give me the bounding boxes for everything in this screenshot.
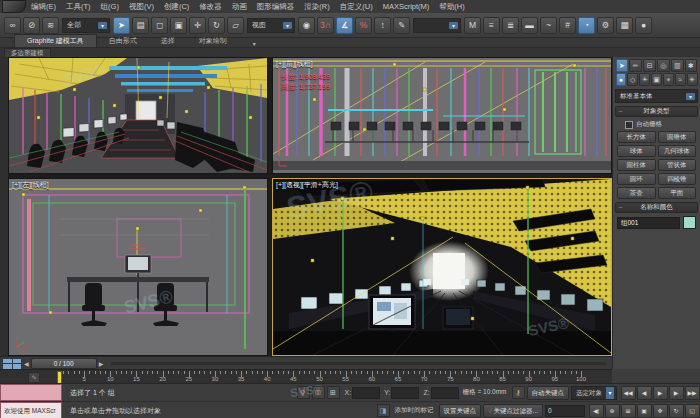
sphere-button[interactable]: 球体 [617, 145, 656, 157]
box-button[interactable]: 长方体 [617, 131, 656, 143]
menu-item-customize[interactable]: 自定义(U) [335, 2, 378, 12]
edit-named-selection-sets-icon[interactable]: ✎ [393, 17, 410, 34]
menu-item-create[interactable]: 创建(C) [159, 2, 194, 12]
go-to-end-icon[interactable]: ▶▶ [685, 386, 700, 400]
align-icon[interactable]: ≡ [483, 17, 500, 34]
menu-item-edit[interactable]: 编辑(E) [26, 2, 61, 12]
timeline-ruler[interactable]: ∿ 51015202530354045505560657075808590951… [0, 369, 612, 384]
menu-item-maxscript[interactable]: MAXScript(M) [378, 2, 435, 12]
left-viewport[interactable]: [+][左][线框] [8, 178, 268, 356]
menu-item-graph-editors[interactable]: 图形编辑器 [252, 2, 300, 12]
window-crossing-icon[interactable]: ▣ [170, 17, 187, 34]
display-tab-icon[interactable]: ▥ [671, 59, 684, 72]
hierarchy-tab-icon[interactable]: ⊟ [643, 59, 656, 72]
rectangular-selection-region-icon[interactable]: ◻ [151, 17, 168, 34]
perspective-viewport-label[interactable]: [+][透视][平滑+高光] [276, 180, 338, 190]
zoom-all-icon[interactable]: ⊞ [621, 404, 636, 418]
curve-editor-icon[interactable]: ~ [540, 17, 557, 34]
menu-item-rendering[interactable]: 渲染(R) [299, 2, 334, 12]
motion-tab-icon[interactable]: ◎ [657, 59, 670, 72]
absolute-mode-icon[interactable]: ⊞ [327, 386, 340, 399]
select-and-link-icon[interactable]: ∞ [4, 17, 21, 34]
rendered-frame-window-icon[interactable]: ▦ [616, 17, 633, 34]
go-to-start-icon[interactable]: ◀◀ [621, 386, 636, 400]
add-time-tag[interactable]: 添加时间标记 [395, 406, 434, 415]
tube-button[interactable]: 管状体 [658, 159, 697, 171]
teapot-button[interactable]: 茶壶 [617, 187, 656, 199]
time-slider-track[interactable] [111, 362, 606, 365]
object-color-swatch[interactable] [683, 216, 696, 229]
y-coordinate-field[interactable] [391, 387, 419, 399]
ribbon-minimize-icon[interactable]: ▾ [253, 40, 256, 47]
select-and-move-icon[interactable]: ✛ [189, 17, 206, 34]
shapes-icon[interactable]: ◇ [627, 73, 638, 86]
select-and-scale-icon[interactable]: ▱ [227, 17, 244, 34]
plane-button[interactable]: 平面 [658, 187, 697, 199]
x-coordinate-field[interactable] [352, 387, 380, 399]
time-slider-next-icon[interactable]: ▶ [99, 360, 104, 367]
isolate-selection-icon[interactable]: ⚲ [297, 386, 310, 399]
material-editor-icon[interactable]: ◔ [578, 17, 595, 34]
cone-button[interactable]: 圆锥体 [658, 131, 697, 143]
select-and-rotate-icon[interactable]: ↻ [208, 17, 225, 34]
timeline-scale[interactable]: 5101520253035404550556065707580859095100 [46, 370, 591, 384]
orbit-icon[interactable]: ↻ [669, 404, 684, 418]
tab-object-paint[interactable]: 对象绘制 [187, 35, 239, 47]
geometry-icon[interactable]: ● [616, 73, 627, 86]
time-slider-prev-icon[interactable]: ◀ [24, 360, 29, 367]
zoom-extents-icon[interactable]: ▣ [637, 404, 652, 418]
schematic-view-icon[interactable]: # [559, 17, 576, 34]
menu-item-modifiers[interactable]: 修改器 [194, 2, 227, 12]
z-coordinate-field[interactable] [431, 387, 459, 399]
space-warps-icon[interactable]: ≈ [675, 73, 686, 86]
manage-layers-icon[interactable]: ≣ [502, 17, 519, 34]
previous-key-icon[interactable]: ◀| [589, 404, 604, 418]
menu-item-help[interactable]: 帮助(H) [434, 2, 469, 12]
use-pivot-point-center-icon[interactable]: ◉ [298, 17, 315, 34]
autogrid-checkbox[interactable] [625, 121, 633, 129]
viewport-layout-icon[interactable] [2, 358, 22, 370]
graphite-ribbon-toggle-icon[interactable]: ▬ [521, 17, 538, 34]
perspective-viewport[interactable]: [+][透视][平滑+高光] [272, 178, 612, 356]
helpers-icon[interactable]: ⌖ [663, 73, 674, 86]
previous-frame-icon[interactable]: ◀ [637, 386, 652, 400]
angle-snap-toggle-icon[interactable]: ∡ [336, 17, 353, 34]
menu-item-group[interactable]: 组(G) [96, 2, 124, 12]
zoom-icon[interactable]: ⊕ [605, 404, 620, 418]
tab-freeform[interactable]: 自由形式 [97, 35, 149, 47]
systems-icon[interactable]: ✳ [687, 73, 698, 86]
render-production-icon[interactable]: ● [635, 17, 652, 34]
primitive-category-dropdown[interactable]: 标准基本体 ▾ [615, 89, 698, 103]
front-viewport-label[interactable]: [+][前][线框] [276, 59, 313, 69]
render-setup-icon[interactable]: ⚙ [597, 17, 614, 34]
unlink-selection-icon[interactable]: ⊘ [23, 17, 40, 34]
lights-icon[interactable]: ☀ [639, 73, 650, 86]
percent-snap-toggle-icon[interactable]: % [355, 17, 372, 34]
current-frame-field[interactable] [545, 405, 585, 417]
object-name-field[interactable]: 组001 [617, 217, 680, 229]
tab-graphite-modeling[interactable]: Graphite 建模工具 [14, 34, 97, 47]
key-mode-dropdown[interactable]: 选定对象 ▾ [571, 386, 617, 400]
polygon-modeling-panel[interactable]: 多边形建模 [4, 48, 51, 58]
mini-curve-editor-icon[interactable]: ∿ [28, 372, 40, 383]
select-object-icon[interactable]: ➤ [113, 17, 130, 34]
menu-item-tools[interactable]: 工具(T) [61, 2, 96, 12]
auto-key-button[interactable]: 自动关键点 [527, 386, 570, 400]
reference-coordinate-system-dropdown[interactable]: 视图▾ [247, 18, 295, 33]
menu-item-animation[interactable]: 动画 [227, 2, 252, 12]
set-key-button[interactable]: 设置关键点 [439, 404, 482, 418]
modify-tab-icon[interactable]: ✏ [629, 59, 642, 72]
selection-filter-dropdown[interactable]: 全部▾ [62, 18, 110, 33]
left-viewport-label[interactable]: [+][左][线框] [12, 180, 49, 190]
application-logo-icon[interactable] [2, 0, 26, 13]
create-tab-icon[interactable]: ➤ [616, 59, 629, 72]
select-by-name-icon[interactable]: ▤ [132, 17, 149, 34]
snaps-toggle-3d-icon[interactable]: 3∩ [317, 17, 334, 34]
torus-button[interactable]: 圆环 [617, 173, 656, 185]
object-type-rollout-header[interactable]: − 对象类型 [615, 106, 698, 117]
selection-lock-icon[interactable]: ⚿ [312, 386, 325, 399]
bind-to-space-warp-icon[interactable]: ≋ [42, 17, 59, 34]
named-selection-sets-dropdown[interactable]: ▾ [413, 18, 461, 33]
key-filters-button[interactable]: √关键点过滤器... [483, 404, 543, 418]
play-animation-icon[interactable]: ▶ [653, 386, 668, 400]
